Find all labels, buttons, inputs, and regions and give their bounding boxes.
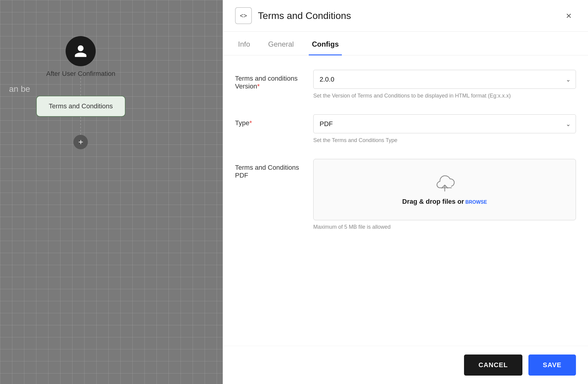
type-field-content: PDF HTML ⌄ Set the Terms and Conditions … (313, 114, 576, 144)
tab-general-label: General (268, 40, 294, 48)
type-select[interactable]: PDF HTML (314, 115, 576, 133)
drag-drop-text: Drag & drop files or (402, 198, 464, 205)
user-node[interactable] (66, 36, 96, 66)
save-button[interactable]: SAVE (528, 355, 576, 376)
version-label-text: Terms and conditions Version (235, 75, 298, 90)
upload-size-hint: Maximum of 5 MB file is allowed (313, 224, 576, 230)
type-label: Type* (235, 114, 301, 127)
settings-panel: <> Terms and Conditions × Info General C… (223, 0, 588, 384)
upload-drop-zone[interactable]: Drag & drop files or BROWSE (313, 159, 576, 220)
user-icon (73, 44, 88, 58)
tab-info-label: Info (238, 40, 250, 48)
upload-text: Drag & drop files or BROWSE (320, 198, 570, 206)
modal-header: <> Terms and Conditions × (223, 0, 588, 32)
version-label: Terms and conditions Version* (235, 70, 301, 90)
browse-link[interactable]: BROWSE (465, 200, 487, 205)
modal-content: Terms and conditions Version* 1.0.0 2.0.… (223, 55, 588, 346)
code-icon-button[interactable]: <> (235, 7, 252, 24)
canvas-panel: an be After User Confirmation Terms and … (0, 0, 223, 384)
terms-node-label: Terms and Conditions (49, 102, 113, 110)
version-field-content: 1.0.0 2.0.0 3.0.0 ⌄ Set the Version of T… (313, 70, 576, 100)
dashed-connector-bottom (80, 117, 81, 135)
type-select-wrapper: PDF HTML ⌄ (313, 114, 576, 133)
type-required-asterisk: * (249, 119, 252, 127)
terms-node[interactable]: Terms and Conditions (36, 96, 125, 117)
tab-configs[interactable]: Configs (309, 32, 342, 55)
tab-general[interactable]: General (265, 32, 297, 55)
version-hint: Set the Version of Terms and Conditions … (313, 92, 576, 100)
tab-info[interactable]: Info (235, 32, 253, 55)
node-after-user-label: After User Confirmation (46, 70, 115, 78)
type-hint: Set the Terms and Conditions Type (313, 136, 576, 144)
close-icon: × (566, 10, 572, 21)
plus-icon: + (78, 138, 83, 146)
dashed-connector-top (80, 78, 81, 96)
close-button[interactable]: × (562, 8, 576, 23)
tabs-container: Info General Configs (223, 32, 588, 55)
tab-configs-label: Configs (312, 40, 339, 48)
cloud-upload-icon (434, 174, 456, 192)
type-label-text: Type (235, 119, 249, 127)
pdf-field-content: Drag & drop files or BROWSE Maximum of 5… (313, 159, 576, 230)
pdf-label-text: Terms and Conditions PDF (235, 164, 299, 179)
version-required-asterisk: * (257, 82, 260, 90)
canvas-text: an be (9, 84, 30, 94)
modal-footer: CANCEL SAVE (223, 346, 588, 384)
version-select[interactable]: 1.0.0 2.0.0 3.0.0 (314, 70, 576, 88)
modal-title: Terms and Conditions (258, 10, 556, 21)
add-node-button[interactable]: + (73, 135, 88, 149)
workflow-container: After User Confirmation Terms and Condit… (36, 36, 125, 149)
code-icon: <> (240, 12, 247, 19)
version-field-row: Terms and conditions Version* 1.0.0 2.0.… (235, 70, 576, 100)
version-select-wrapper: 1.0.0 2.0.0 3.0.0 ⌄ (313, 70, 576, 89)
cancel-button[interactable]: CANCEL (464, 355, 522, 376)
type-field-row: Type* PDF HTML ⌄ Set the Terms and Condi… (235, 114, 576, 144)
pdf-label: Terms and Conditions PDF (235, 159, 301, 179)
pdf-field-row: Terms and Conditions PDF Drag & drop fil… (235, 159, 576, 230)
